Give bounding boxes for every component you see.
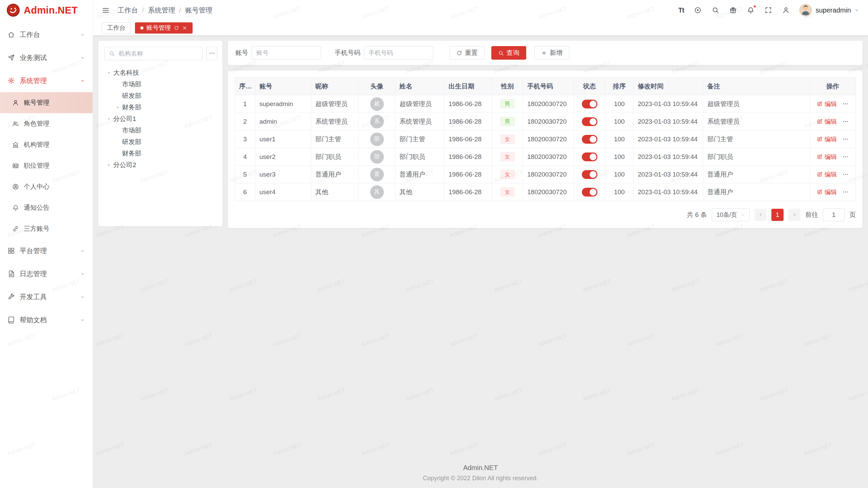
sidebar-item-help-docs[interactable]: 帮助文档 xyxy=(0,308,93,331)
gift-icon[interactable] xyxy=(729,6,737,14)
sidebar-item-account-mgmt[interactable]: 账号管理 xyxy=(0,92,93,113)
fullscreen-icon[interactable] xyxy=(765,6,772,14)
tree-node[interactable]: 市场部 xyxy=(104,79,216,90)
tree-node[interactable]: 分公司1 xyxy=(104,113,216,125)
row-more-button[interactable] xyxy=(842,154,849,160)
org-more-button[interactable] xyxy=(206,47,217,60)
tab-refresh-button[interactable] xyxy=(174,25,179,30)
tab-workbench[interactable]: 工作台 xyxy=(102,22,131,34)
tree-expand-toggle[interactable] xyxy=(113,105,122,110)
edit-button[interactable]: 编辑 xyxy=(817,153,837,161)
users-icon xyxy=(12,120,19,127)
profile-icon[interactable] xyxy=(782,6,790,14)
cell-remark: 系统管理员 xyxy=(707,118,739,125)
app-logo-text: Admin.NET xyxy=(24,5,78,16)
tree-expand-toggle[interactable] xyxy=(104,163,113,167)
sidebar-item-third-party-account[interactable]: 三方账号 xyxy=(0,218,93,239)
footer-copyright: Copyright © 2022 Dilon All rights reserv… xyxy=(93,475,868,482)
breadcrumb-item[interactable]: 工作台 xyxy=(118,6,138,15)
content-row: 大名科技市场部研发部财务部分公司1市场部研发部财务部分公司2 账号 手机号码 重… xyxy=(93,35,868,233)
tree-node[interactable]: 市场部 xyxy=(104,125,216,136)
sidebar-item-org-mgmt[interactable]: 机构管理 xyxy=(0,134,93,155)
font-size-icon[interactable]: Tt xyxy=(678,6,684,14)
row-avatar: 超 xyxy=(370,97,384,111)
chevron-down-icon xyxy=(80,55,85,60)
user-menu[interactable]: superadmin xyxy=(799,4,859,17)
table-row: 1superadmin超级管理员超超级管理员1986-06-28男1802003… xyxy=(235,95,856,113)
status-toggle[interactable] xyxy=(582,188,597,197)
test-icon xyxy=(7,54,15,61)
row-more-button[interactable] xyxy=(842,101,849,107)
row-more-button[interactable] xyxy=(842,189,849,195)
tree-expand-toggle[interactable] xyxy=(104,70,113,75)
table-row: 2admin系统管理员系系统管理员1986-06-28男180200307201… xyxy=(235,113,856,130)
sidebar-item-personal-center[interactable]: 个人中心 xyxy=(0,176,93,197)
notification-icon[interactable] xyxy=(747,6,754,14)
tab-account-mgmt[interactable]: 账号管理 xyxy=(135,22,193,34)
breadcrumb-item[interactable]: 系统管理 xyxy=(148,6,175,15)
status-toggle[interactable] xyxy=(582,117,597,126)
row-more-button[interactable] xyxy=(842,171,849,178)
org-tree-panel: 大名科技市场部研发部财务部分公司1市场部研发部财务部分公司2 xyxy=(98,41,222,226)
column-header-index: 序号 xyxy=(235,78,255,95)
edit-button[interactable]: 编辑 xyxy=(817,135,837,143)
tree-expand-toggle[interactable] xyxy=(104,117,113,121)
row-more-button[interactable] xyxy=(842,136,849,142)
row-more-button[interactable] xyxy=(842,118,849,125)
add-button[interactable]: 新增 xyxy=(534,46,569,60)
doc-icon xyxy=(7,270,15,278)
sidebar-item-label: 个人中心 xyxy=(24,182,50,191)
sidebar-item-notice[interactable]: 通知公告 xyxy=(0,197,93,218)
sidebar-item-business-test[interactable]: 业务测试 xyxy=(0,46,93,69)
sidebar-item-system-mgmt[interactable]: 系统管理 xyxy=(0,69,93,92)
sidebar-item-log-mgmt[interactable]: 日志管理 xyxy=(0,262,93,285)
tree-node[interactable]: 研发部 xyxy=(104,90,216,102)
reset-button[interactable]: 重置 xyxy=(450,46,485,60)
status-toggle[interactable] xyxy=(582,170,597,179)
cell-nickname: 超级管理员 xyxy=(315,100,348,107)
menu-toggle-button[interactable] xyxy=(102,6,110,14)
edit-button[interactable]: 编辑 xyxy=(817,118,837,126)
tree-node[interactable]: 大名科技 xyxy=(104,67,216,79)
page-size-select[interactable]: 10条/页 xyxy=(712,208,750,221)
phone-input[interactable] xyxy=(364,46,433,60)
cell-modified: 2023-01-03 10:59:44 xyxy=(638,100,697,107)
sidebar-item-position-mgmt[interactable]: 职位管理 xyxy=(0,155,93,176)
chevron-up-icon xyxy=(80,78,85,83)
chevron-down-icon xyxy=(741,213,745,217)
status-toggle[interactable] xyxy=(582,135,597,144)
language-icon[interactable] xyxy=(694,6,702,14)
tree-node[interactable]: 分公司2 xyxy=(104,159,216,171)
edit-button[interactable]: 编辑 xyxy=(817,170,837,179)
pagination-page-1[interactable]: 1 xyxy=(771,209,784,221)
cell-account: user3 xyxy=(259,171,276,178)
column-header-avatar: 头像 xyxy=(359,78,395,95)
user-icon xyxy=(782,6,790,14)
chevron-down-icon xyxy=(80,294,85,300)
sidebar-item-dev-tools[interactable]: 开发工具 xyxy=(0,285,93,308)
tabs-bar: 工作台账号管理 xyxy=(93,20,868,35)
column-header-remark: 备注 xyxy=(703,78,810,95)
status-toggle[interactable] xyxy=(582,100,597,108)
tree-node[interactable]: 财务部 xyxy=(104,148,216,159)
status-toggle[interactable] xyxy=(582,152,597,161)
pagination-prev-button[interactable] xyxy=(754,209,767,221)
tree-node[interactable]: 研发部 xyxy=(104,136,216,148)
account-input[interactable] xyxy=(252,46,321,60)
org-search-input[interactable] xyxy=(118,50,198,58)
sidebar-item-workbench[interactable]: 工作台 xyxy=(0,23,93,46)
pagination-goto-input[interactable] xyxy=(823,208,845,221)
cell-sort: 100 xyxy=(614,153,625,160)
cell-phone: 18020030720 xyxy=(527,136,567,143)
edit-button[interactable]: 编辑 xyxy=(817,188,837,196)
chevron-down-icon xyxy=(80,248,85,253)
sidebar-item-platform-mgmt[interactable]: 平台管理 xyxy=(0,239,93,262)
app-logo[interactable]: Admin.NET xyxy=(0,0,93,20)
search-button[interactable]: 查询 xyxy=(491,46,526,60)
pagination-next-button[interactable] xyxy=(788,209,801,221)
edit-button[interactable]: 编辑 xyxy=(817,100,837,108)
tree-node[interactable]: 财务部 xyxy=(104,102,216,113)
tab-close-button[interactable] xyxy=(182,25,187,30)
sidebar-item-role-mgmt[interactable]: 角色管理 xyxy=(0,113,93,134)
search-icon[interactable] xyxy=(712,6,719,14)
